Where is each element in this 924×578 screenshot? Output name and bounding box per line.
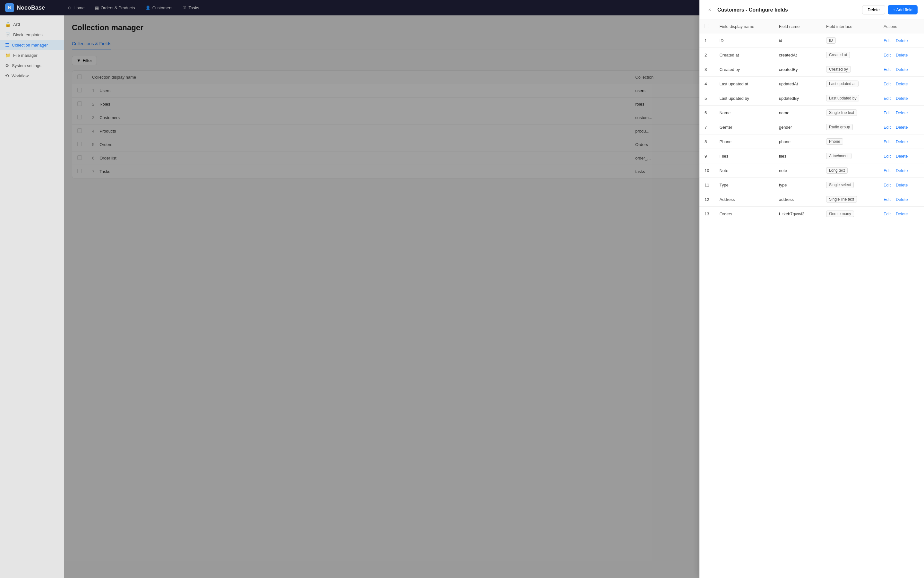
field-edit-button[interactable]: Edit	[883, 197, 891, 202]
field-edit-button[interactable]: Edit	[883, 154, 891, 159]
field-delete-button[interactable]: Delete	[896, 96, 908, 101]
modal-title: Customers - Configure fields	[717, 7, 858, 13]
field-interface: Phone	[821, 135, 879, 149]
field-col-actions: Actions	[879, 20, 924, 33]
field-edit-button[interactable]: Edit	[883, 183, 891, 187]
field-delete-button[interactable]: Delete	[896, 110, 908, 115]
field-name: phone	[774, 135, 821, 149]
field-actions: Edit Delete	[879, 178, 924, 192]
field-interface: Last updated at	[821, 77, 879, 91]
field-interface: ID	[821, 33, 879, 48]
field-row: 11 Type type Single select Edit Delete	[699, 178, 924, 192]
field-row: 2 Created at createdAt Created at Edit D…	[699, 48, 924, 62]
field-name: updatedAt	[774, 77, 821, 91]
field-edit-button[interactable]: Edit	[883, 125, 891, 130]
field-display-name: Phone	[714, 135, 773, 149]
field-interface: One to many	[821, 207, 879, 221]
modal-close-button[interactable]: ×	[706, 6, 713, 14]
field-edit-button[interactable]: Edit	[883, 110, 891, 115]
field-name: note	[774, 163, 821, 178]
field-interface: Radio group	[821, 120, 879, 135]
field-display-name: Address	[714, 192, 773, 207]
field-actions: Edit Delete	[879, 163, 924, 178]
field-edit-button[interactable]: Edit	[883, 168, 891, 173]
field-row-num: 4	[699, 77, 714, 91]
field-row: 6 Name name Single line text Edit Delete	[699, 106, 924, 120]
field-name: createdAt	[774, 48, 821, 62]
field-delete-button[interactable]: Delete	[896, 197, 908, 202]
field-row: 10 Note note Long text Edit Delete	[699, 163, 924, 178]
field-delete-button[interactable]: Delete	[896, 168, 908, 173]
field-name: updatedBy	[774, 91, 821, 106]
field-name: name	[774, 106, 821, 120]
field-actions: Edit Delete	[879, 91, 924, 106]
field-display-name: Created by	[714, 62, 773, 77]
modal-actions: Delete + Add field	[862, 5, 918, 15]
field-row-num: 8	[699, 135, 714, 149]
field-actions: Edit Delete	[879, 33, 924, 48]
field-display-name: Type	[714, 178, 773, 192]
field-delete-button[interactable]: Delete	[896, 81, 908, 86]
field-actions: Edit Delete	[879, 62, 924, 77]
field-edit-button[interactable]: Edit	[883, 211, 891, 216]
delete-button[interactable]: Delete	[862, 5, 885, 15]
field-row-num: 7	[699, 120, 714, 135]
field-delete-button[interactable]: Delete	[896, 154, 908, 159]
field-edit-button[interactable]: Edit	[883, 81, 891, 86]
field-actions: Edit Delete	[879, 77, 924, 91]
field-edit-button[interactable]: Edit	[883, 53, 891, 57]
field-col-name: Field name	[774, 20, 821, 33]
field-display-name: Orders	[714, 207, 773, 221]
field-row-num: 3	[699, 62, 714, 77]
field-actions: Edit Delete	[879, 120, 924, 135]
field-delete-button[interactable]: Delete	[896, 125, 908, 130]
field-display-name: Last updated by	[714, 91, 773, 106]
field-interface: Single select	[821, 178, 879, 192]
fields-table: Field display name Field name Field inte…	[699, 20, 924, 221]
field-name: type	[774, 178, 821, 192]
field-edit-button[interactable]: Edit	[883, 96, 891, 101]
field-interface: Long text	[821, 163, 879, 178]
field-actions: Edit Delete	[879, 149, 924, 163]
field-row-num: 2	[699, 48, 714, 62]
field-row: 7 Genter gender Radio group Edit Delete	[699, 120, 924, 135]
field-actions: Edit Delete	[879, 207, 924, 221]
field-actions: Edit Delete	[879, 192, 924, 207]
field-row-num: 10	[699, 163, 714, 178]
modal-panel: × Customers - Configure fields Delete + …	[699, 0, 924, 578]
field-row: 5 Last updated by updatedBy Last updated…	[699, 91, 924, 106]
field-delete-button[interactable]: Delete	[896, 38, 908, 43]
field-delete-button[interactable]: Delete	[896, 211, 908, 216]
field-interface: Last updated by	[821, 91, 879, 106]
modal-overlay: × Customers - Configure fields Delete + …	[0, 0, 924, 578]
field-row-num: 6	[699, 106, 714, 120]
field-delete-button[interactable]: Delete	[896, 183, 908, 187]
field-interface: Created by	[821, 62, 879, 77]
field-row-num: 13	[699, 207, 714, 221]
field-row-num: 11	[699, 178, 714, 192]
field-edit-button[interactable]: Edit	[883, 139, 891, 144]
field-row: 8 Phone phone Phone Edit Delete	[699, 135, 924, 149]
field-edit-button[interactable]: Edit	[883, 67, 891, 72]
field-display-name: Genter	[714, 120, 773, 135]
field-row: 4 Last updated at updatedAt Last updated…	[699, 77, 924, 91]
field-row-num: 9	[699, 149, 714, 163]
field-actions: Edit Delete	[879, 106, 924, 120]
field-display-name: Note	[714, 163, 773, 178]
field-row: 3 Created by createdBy Created by Edit D…	[699, 62, 924, 77]
field-delete-button[interactable]: Delete	[896, 67, 908, 72]
field-name: address	[774, 192, 821, 207]
field-delete-button[interactable]: Delete	[896, 139, 908, 144]
field-name: f_tkeh7gyxvi3	[774, 207, 821, 221]
field-row-num: 5	[699, 91, 714, 106]
field-display-name: Created at	[714, 48, 773, 62]
field-row: 13 Orders f_tkeh7gyxvi3 One to many Edit…	[699, 207, 924, 221]
field-name: files	[774, 149, 821, 163]
field-name: gender	[774, 120, 821, 135]
field-delete-button[interactable]: Delete	[896, 53, 908, 57]
add-field-button[interactable]: + Add field	[888, 5, 918, 15]
field-col-checkbox	[699, 20, 714, 33]
field-edit-button[interactable]: Edit	[883, 38, 891, 43]
field-col-display: Field display name	[714, 20, 773, 33]
field-interface: Single line text	[821, 106, 879, 120]
